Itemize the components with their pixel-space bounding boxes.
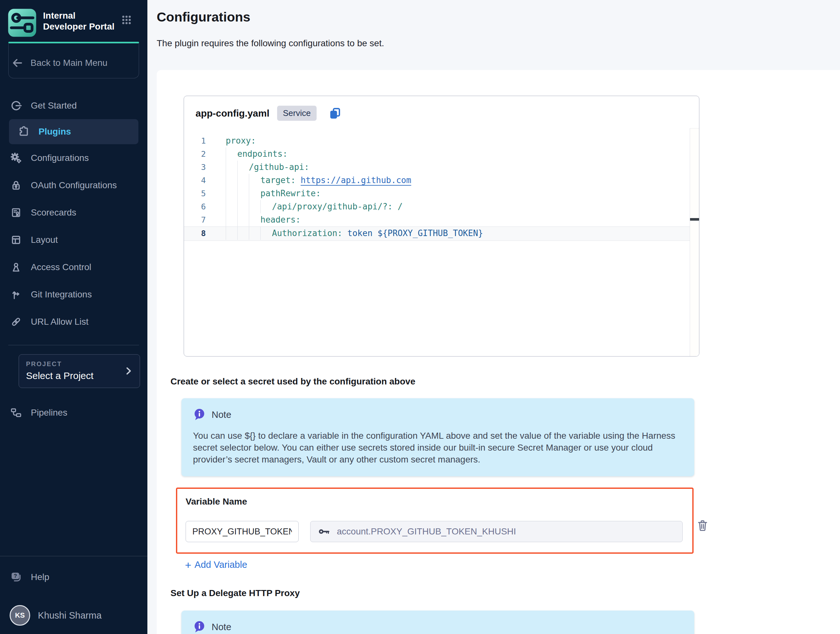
variable-inputs: account.PROXY_GITHUB_TOKEN_KHUSHI xyxy=(186,521,685,542)
editor-header: app-config.yaml Service xyxy=(184,96,699,121)
sidebar-item-label: Configurations xyxy=(31,153,89,163)
note-title: Note xyxy=(212,622,231,632)
sidebar-item-scorecards[interactable]: Scorecards xyxy=(0,199,147,226)
project-label: PROJECT xyxy=(26,360,133,368)
pipelines-icon xyxy=(9,406,22,419)
service-badge: Service xyxy=(277,106,317,121)
sidebar-item-label: Git Integrations xyxy=(31,289,92,300)
add-variable-label: Add Variable xyxy=(194,560,247,570)
sidebar-item-access-control[interactable]: Access Control xyxy=(0,253,147,281)
note-callout: Note You can use ${} to declare a variab… xyxy=(182,398,694,476)
yaml-editor[interactable]: app-config.yaml Service 1proxy: 2endpoin… xyxy=(184,96,699,356)
back-to-main-menu[interactable]: Back to Main Menu xyxy=(11,57,136,69)
code-line-active: 8Authorization: token ${PROXY_GITHUB_TOK… xyxy=(184,226,699,241)
layout-icon xyxy=(9,234,22,246)
secret-section-heading: Create or select a secret used by the co… xyxy=(171,376,840,387)
variable-highlight-box: Variable Name account.PROXY_GITHUB xyxy=(176,487,693,554)
code-line: 7headers: xyxy=(184,213,699,226)
github-api-link[interactable]: https://api.github.com xyxy=(300,174,411,187)
copy-icon[interactable] xyxy=(328,107,342,120)
svg-text:?: ? xyxy=(14,573,17,579)
editor-filename: app-config.yaml xyxy=(196,108,269,119)
content-card: app-config.yaml Service 1proxy: 2endpoin… xyxy=(157,70,840,634)
page-subtitle: The plugin requires the following config… xyxy=(157,38,840,49)
project-selector[interactable]: PROJECT Select a Project xyxy=(19,354,140,388)
note-header: Note xyxy=(193,620,683,634)
sidebar-item-label: Access Control xyxy=(31,262,91,272)
sidebar-item-git-integrations[interactable]: Git Integrations xyxy=(0,281,147,308)
avatar: KS xyxy=(9,605,30,626)
back-arrow-icon xyxy=(11,57,24,69)
sidebar: Internal Developer Portal Back to Main M… xyxy=(0,0,147,634)
sidebar-item-get-started[interactable]: Get Started xyxy=(0,92,147,119)
sidebar-item-label: Layout xyxy=(31,235,58,245)
editor-scrollbar-track[interactable] xyxy=(690,128,699,356)
code-line: 6/api/proxy/github-api/?: / xyxy=(184,200,699,213)
plus-icon: + xyxy=(185,560,191,570)
sidebar-item-label: Get Started xyxy=(31,101,77,111)
code-line: 2endpoints: xyxy=(184,147,699,161)
project-value: Select a Project xyxy=(26,370,133,381)
editor-scrollbar-thumb[interactable] xyxy=(690,218,699,221)
git-branches-icon xyxy=(9,288,22,301)
get-started-icon xyxy=(9,99,22,112)
page-title: Configurations xyxy=(157,9,840,25)
person-icon xyxy=(9,261,22,274)
sidebar-nav: Get Started Plugins xyxy=(0,92,147,335)
scorecard-icon xyxy=(9,206,22,219)
link-icon xyxy=(9,315,22,328)
note-body: You can use ${} to declare a variable in… xyxy=(193,430,681,465)
idp-logo xyxy=(8,8,36,37)
secret-selector[interactable]: account.PROXY_GITHUB_TOKEN_KHUSHI xyxy=(310,521,683,542)
sidebar-item-url-allow-list[interactable]: URL Allow List xyxy=(0,308,147,335)
sidebar-item-label: Scorecards xyxy=(31,207,76,218)
note-callout-2: Note xyxy=(182,610,694,634)
code-line: 5pathRewrite: xyxy=(184,187,699,200)
puzzle-icon xyxy=(17,125,30,138)
sidebar-item-configurations[interactable]: Configurations xyxy=(0,144,147,171)
proxy-section-heading: Set Up a Delegate HTTP Proxy xyxy=(171,588,840,598)
sidebar-item-label: OAuth Configurations xyxy=(31,180,117,190)
note-title: Note xyxy=(212,409,231,420)
sidebar-item-label: Pipelines xyxy=(31,408,68,418)
sidebar-divider xyxy=(8,345,139,345)
code-line: 4target: https://api.github.com xyxy=(184,174,699,187)
gears-icon xyxy=(9,152,22,164)
help-chat-icon: ? xyxy=(9,571,23,584)
variable-row: Variable Name account.PROXY_GITHUB xyxy=(176,487,709,554)
back-label: Back to Main Menu xyxy=(30,58,107,68)
back-section: Back to Main Menu xyxy=(8,43,139,78)
variable-name-input[interactable] xyxy=(186,521,298,542)
delete-variable-icon[interactable] xyxy=(696,519,709,533)
code-line: 1proxy: xyxy=(184,134,699,147)
help-label: Help xyxy=(31,572,49,582)
code-area[interactable]: 1proxy: 2endpoints: 3/github-api: 4targe… xyxy=(184,134,699,241)
app-title: Internal Developer Portal xyxy=(43,10,120,32)
main-content: Configurations The plugin requires the f… xyxy=(147,0,840,634)
info-icon xyxy=(193,620,206,634)
lock-icon xyxy=(9,179,22,192)
user-name: Khushi Sharma xyxy=(38,610,101,621)
chevron-right-icon xyxy=(123,365,134,376)
help-button[interactable]: ? Help xyxy=(9,571,49,584)
code-line: 3/github-api: xyxy=(184,161,699,174)
user-menu[interactable]: KS Khushi Sharma xyxy=(9,605,101,626)
variable-name-label: Variable Name xyxy=(186,496,685,507)
sidebar-item-layout[interactable]: Layout xyxy=(0,226,147,253)
sidebar-item-oauth-configurations[interactable]: OAuth Configurations xyxy=(0,171,147,199)
sidebar-item-plugins[interactable]: Plugins xyxy=(9,119,138,144)
sidebar-item-label: URL Allow List xyxy=(31,317,88,327)
key-icon xyxy=(318,527,331,536)
secret-reference: account.PROXY_GITHUB_TOKEN_KHUSHI xyxy=(337,526,516,537)
sidebar-header: Internal Developer Portal xyxy=(0,0,147,37)
info-icon xyxy=(193,408,206,421)
add-variable-button[interactable]: + Add Variable xyxy=(185,560,268,570)
app-grid-icon[interactable] xyxy=(120,14,133,26)
sidebar-item-label: Plugins xyxy=(38,126,71,137)
note-header: Note xyxy=(193,408,683,421)
app-root: Internal Developer Portal Back to Main M… xyxy=(0,0,840,634)
sidebar-item-pipelines[interactable]: Pipelines xyxy=(0,399,147,426)
